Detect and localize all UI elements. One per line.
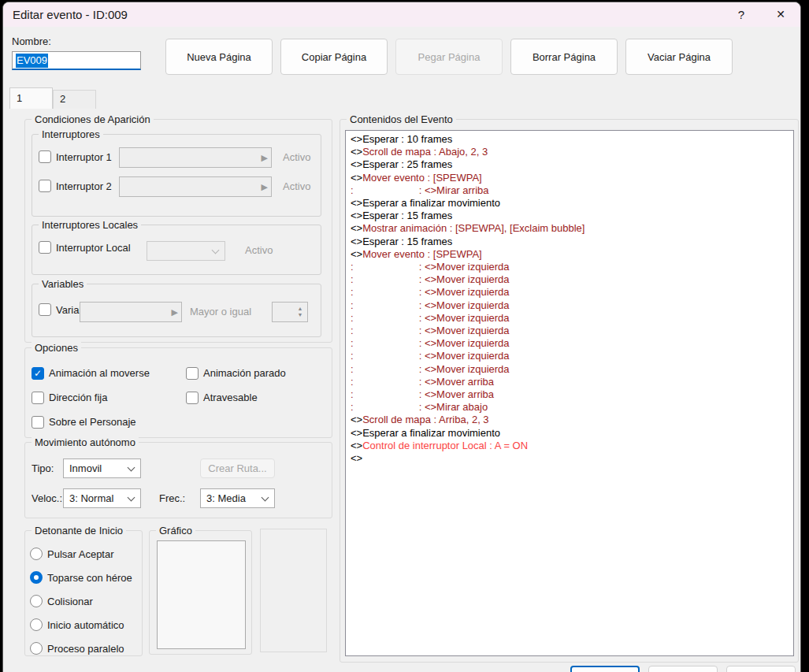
checked-checkbox-icon[interactable]: ✓ bbox=[32, 367, 44, 380]
switch-1-checkbox[interactable] bbox=[39, 150, 51, 163]
event-contents-title: Contenidos del Evento bbox=[347, 113, 456, 125]
unchecked-checkbox-icon[interactable] bbox=[186, 367, 199, 380]
event-command-line[interactable]: : : <>Mover izquierda bbox=[351, 286, 793, 299]
trigger-title: Detonante de Inicio bbox=[32, 525, 126, 536]
event-command-list[interactable]: <>Esperar : 10 frames<>Scroll de mapa : … bbox=[345, 130, 794, 656]
event-command-line[interactable]: : : <>Mover arriba bbox=[351, 376, 793, 388]
picker-arrow-icon[interactable]: ▶ bbox=[262, 177, 268, 196]
event-command-line[interactable]: : : <>Mover izquierda bbox=[351, 273, 793, 286]
event-command-line[interactable]: <>Esperar : 25 frames bbox=[351, 158, 793, 171]
dialog-button-cancelar[interactable]: Cancelar bbox=[648, 666, 718, 672]
name-label: Nombre: bbox=[12, 35, 51, 47]
tab-page-1[interactable]: 1 bbox=[9, 87, 53, 109]
variable-amount-stepper[interactable]: ▲▼ bbox=[272, 302, 308, 322]
event-command-line[interactable]: : : <>Mover izquierda bbox=[351, 312, 793, 325]
event-name-input[interactable]: EV009 bbox=[12, 51, 141, 70]
dialog-button-aceptar[interactable]: Aceptar bbox=[570, 666, 640, 672]
chevron-down-icon bbox=[128, 464, 135, 472]
option-animacio-n-parado[interactable]: Animación parado bbox=[186, 367, 328, 380]
unchecked-checkbox-icon[interactable] bbox=[32, 416, 44, 429]
radio-unselected-icon[interactable] bbox=[30, 618, 43, 631]
trigger-option-toparse-con-he-roe[interactable]: Toparse con héroe bbox=[30, 566, 132, 589]
switch-2-picker[interactable]: ▶ bbox=[119, 176, 272, 197]
radio-selected-icon[interactable] bbox=[30, 571, 43, 584]
movement-freq-label: Frec.: bbox=[159, 492, 185, 504]
page-button-vaciar-pa-gina[interactable]: Vaciar Página bbox=[625, 39, 733, 75]
picker-arrow-icon[interactable]: ▶ bbox=[172, 303, 178, 321]
variable-checkbox[interactable] bbox=[39, 303, 51, 316]
event-command-line[interactable]: : : <>Mover izquierda bbox=[351, 325, 793, 337]
trigger-option-inicio-automa-tico[interactable]: Inicio automático bbox=[30, 613, 132, 637]
variables-title: Variables bbox=[39, 278, 87, 290]
stepper-arrows-icon[interactable]: ▲▼ bbox=[295, 303, 306, 321]
movement-type-select[interactable]: Inmovil bbox=[63, 459, 141, 478]
close-button[interactable]: ✕ bbox=[767, 2, 794, 27]
switch-2-label: Interruptor 2 bbox=[56, 180, 112, 192]
event-command-line[interactable]: : : <>Mover izquierda bbox=[351, 363, 793, 376]
unchecked-checkbox-icon[interactable] bbox=[186, 392, 199, 404]
page-tabs: 12 bbox=[9, 87, 96, 109]
option-direccio-n-fija[interactable]: Dirección fija bbox=[32, 392, 186, 404]
movement-speed-select[interactable]: 3: Normal bbox=[63, 488, 141, 508]
chevron-down-icon bbox=[262, 494, 269, 502]
page-button-borrar-pa-gina[interactable]: Borrar Página bbox=[510, 39, 618, 75]
event-command-line[interactable]: <>Esperar : 15 frames bbox=[351, 236, 793, 248]
graphic-preview[interactable] bbox=[157, 540, 246, 649]
conditions-group: Condiciones de Aparición Interruptores I… bbox=[24, 119, 332, 343]
edit-event-dialog: Editar evento - ID:009 ? ✕ Nombre: EV009… bbox=[2, 2, 801, 672]
event-command-line[interactable]: : : <>Mover izquierda bbox=[351, 337, 793, 350]
event-command-line[interactable]: <>Esperar a finalizar movimiento bbox=[351, 427, 793, 440]
option-animacio-n-al-moverse[interactable]: ✓Animación al moverse bbox=[32, 367, 186, 380]
event-command-line[interactable]: <>Esperar : 10 frames bbox=[351, 133, 793, 146]
event-contents-group: Contenidos del Evento <>Esperar : 10 fra… bbox=[340, 119, 799, 663]
event-command-line[interactable]: <>Esperar : 15 frames bbox=[351, 210, 793, 222]
page-button-pegar-pa-gina[interactable]: Pegar Página bbox=[395, 39, 503, 75]
variable-picker[interactable]: ▶ bbox=[80, 302, 182, 322]
options-title: Opciones bbox=[32, 342, 81, 354]
event-command-line[interactable]: <>Mover evento : [SPEWPA] bbox=[351, 248, 793, 261]
local-switch-select[interactable] bbox=[147, 241, 225, 261]
radio-unselected-icon[interactable] bbox=[30, 548, 43, 560]
conditions-title: Condiciones de Aparición bbox=[32, 113, 154, 125]
option-atravesable[interactable]: Atravesable bbox=[186, 392, 328, 404]
movement-type-label: Tipo: bbox=[32, 462, 54, 474]
radio-unselected-icon[interactable] bbox=[30, 642, 43, 655]
event-command-line[interactable]: <>Esperar a finalizar movimiento bbox=[351, 197, 793, 210]
local-switch-checkbox[interactable] bbox=[39, 241, 51, 254]
event-command-line[interactable]: : : <>Mover izquierda bbox=[351, 350, 793, 362]
tab-page-2[interactable]: 2 bbox=[53, 90, 96, 109]
radio-unselected-icon[interactable] bbox=[30, 595, 43, 607]
event-command-line[interactable]: : : <>Mover arriba bbox=[351, 388, 793, 401]
page-button-copiar-pa-gina[interactable]: Copiar Página bbox=[280, 39, 388, 75]
movement-freq-select[interactable]: 3: Media bbox=[200, 488, 275, 508]
event-command-line[interactable]: : : <>Mirar abajo bbox=[351, 401, 793, 414]
event-command-line[interactable]: : : <>Mover izquierda bbox=[351, 261, 793, 273]
event-command-line[interactable]: <>Mostrar animación : [SPEWPA], [Exclaim… bbox=[351, 222, 793, 235]
event-command-line[interactable]: <> bbox=[351, 452, 793, 465]
dialog-button-row: AceptarCancelarAplicar bbox=[570, 666, 796, 672]
event-command-line[interactable]: <>Scroll de mapa : Arriba, 2, 3 bbox=[351, 414, 793, 426]
create-route-button[interactable]: Crear Ruta... bbox=[200, 459, 275, 478]
unchecked-checkbox-icon[interactable] bbox=[32, 392, 44, 404]
trigger-group: Detonante de Inicio Pulsar AceptarTopars… bbox=[24, 530, 143, 656]
help-button[interactable]: ? bbox=[728, 2, 755, 27]
event-command-line[interactable]: <>Control de interruptor Local : A = ON bbox=[351, 440, 793, 452]
local-switches-group: Interruptores Locales Interruptor Local … bbox=[32, 225, 321, 275]
switch-2-checkbox[interactable] bbox=[39, 180, 51, 192]
variables-group: Variables Variable: ▶ Mayor o igual ▲▼ bbox=[32, 284, 321, 337]
switch-1-picker[interactable]: ▶ bbox=[119, 147, 272, 168]
options-group: Opciones ✓Animación al moverseAnimación … bbox=[24, 347, 332, 438]
event-command-line[interactable]: : : <>Mirar arriba bbox=[351, 184, 793, 197]
page-button-nueva-pa-gina[interactable]: Nueva Página bbox=[165, 39, 273, 75]
trigger-option-pulsar-aceptar[interactable]: Pulsar Aceptar bbox=[30, 542, 132, 566]
switch-condition-row: Interruptor 1 bbox=[39, 150, 112, 163]
event-command-line[interactable]: <>Scroll de mapa : Abajo, 2, 3 bbox=[351, 146, 793, 158]
dialog-button-aplicar[interactable]: Aplicar bbox=[726, 666, 796, 672]
trigger-option-colisionar[interactable]: Colisionar bbox=[30, 589, 132, 613]
event-command-line[interactable]: <>Mover evento : [SPEWPA] bbox=[351, 172, 793, 184]
option-sobre-el-personaje[interactable]: Sobre el Personaje bbox=[32, 416, 186, 429]
picker-arrow-icon[interactable]: ▶ bbox=[262, 148, 268, 167]
trigger-option-proceso-paralelo[interactable]: Proceso paralelo bbox=[30, 637, 132, 660]
event-command-line[interactable]: : : <>Mover izquierda bbox=[351, 299, 793, 312]
chevron-down-icon bbox=[128, 494, 135, 502]
